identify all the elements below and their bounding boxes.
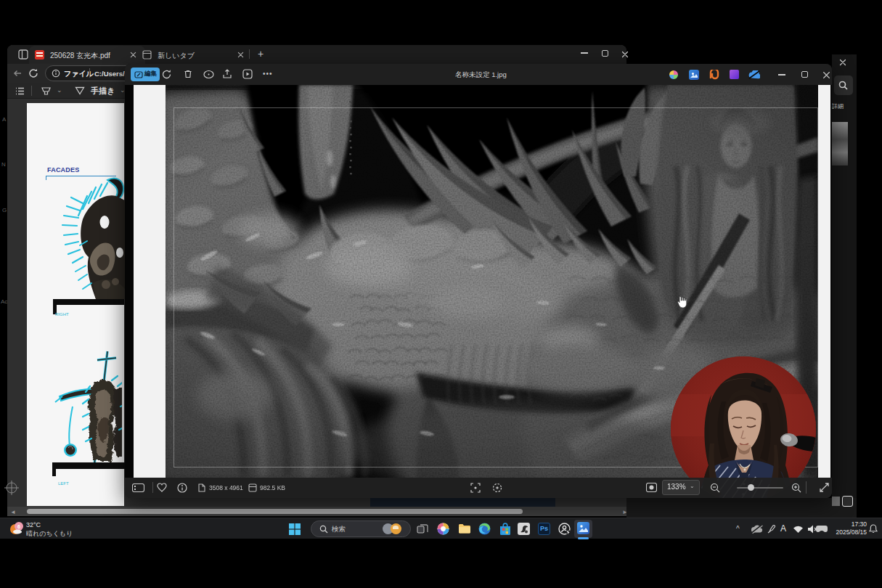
svg-text:6: 6	[17, 524, 20, 529]
